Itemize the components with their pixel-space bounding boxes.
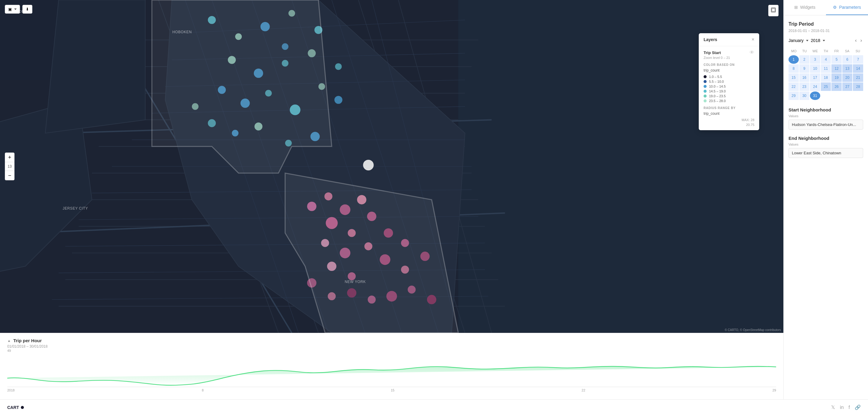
map-expand-button[interactable] — [768, 5, 779, 16]
sliders-icon: ⚙ — [833, 5, 837, 10]
layer-zoom-range: Zoom level 0 – 21 — [704, 56, 754, 60]
color-label-1: 1.0 – 5.5 — [709, 75, 722, 78]
x-label-2: 15 — [391, 388, 395, 392]
day-name-su: SU — [852, 48, 863, 54]
map-attribution: © CARTO, © OpenStreetMap contributors — [725, 328, 781, 332]
trip-period-title: Trip Period — [788, 22, 863, 27]
cal-day-22[interactable]: 22 — [788, 83, 799, 91]
calendar-grid: MO TU WE TH FR SA SU 1 2 3 — [788, 48, 863, 100]
layers-close-button[interactable]: × — [752, 37, 754, 42]
cal-day-6[interactable]: 6 — [842, 55, 852, 64]
visibility-icon[interactable]: 👁 — [749, 50, 754, 55]
cal-day-15[interactable]: 15 — [788, 73, 799, 82]
year-dropdown-icon — [823, 40, 825, 41]
select-tool-button[interactable]: ▣ — [5, 5, 20, 13]
cal-day-19[interactable]: 19 — [831, 73, 842, 82]
end-values-label: Values — [788, 142, 863, 146]
calendar-next-button[interactable]: › — [859, 36, 863, 44]
cal-day-13[interactable]: 13 — [842, 64, 852, 73]
start-neighborhood-input[interactable] — [788, 120, 863, 130]
day-name-mo: MO — [788, 48, 799, 54]
cal-day-1[interactable]: 1 — [788, 55, 799, 64]
svg-point-61 — [334, 96, 342, 104]
cal-day-23[interactable]: 23 — [799, 83, 810, 91]
cal-day-29[interactable]: 29 — [788, 92, 799, 100]
cal-day-9[interactable]: 9 — [799, 64, 810, 73]
cal-day-26[interactable]: 26 — [831, 83, 842, 91]
calendar-year-display: 2018 — [811, 38, 820, 43]
zoom-out-button[interactable]: − — [5, 171, 14, 180]
color-item-2: 5.5 – 10.0 — [704, 80, 754, 83]
expand-icon — [771, 7, 776, 12]
chart-container — [7, 351, 776, 387]
cal-day-24[interactable]: 24 — [810, 83, 820, 91]
svg-marker-27 — [45, 0, 145, 133]
cal-day-empty-2 — [831, 92, 842, 100]
cal-day-20[interactable]: 20 — [842, 73, 852, 82]
layers-header: Layers × — [699, 33, 759, 46]
chart-collapse-button[interactable]: ▲ — [7, 339, 11, 343]
color-item-4: 14.5 – 19.0 — [704, 89, 754, 93]
color-field-name: trip_count — [704, 68, 754, 72]
color-legend: 1.0 – 5.5 5.5 – 10.0 10.0 – 14.5 — [704, 75, 754, 103]
twitter-icon[interactable]: 𝕏 — [831, 405, 835, 410]
cal-day-30[interactable]: 30 — [799, 92, 810, 100]
carto-text: CART — [7, 405, 19, 410]
x-label-1: 8 — [202, 388, 204, 392]
cal-day-12[interactable]: 12 — [831, 64, 842, 73]
start-neighborhood-section: Start Neighborhood Values — [788, 107, 863, 130]
cal-day-11[interactable]: 11 — [821, 64, 831, 73]
calendar-nav-buttons: ‹ › — [854, 36, 863, 44]
cal-day-27[interactable]: 27 — [842, 83, 852, 91]
cal-day-10[interactable]: 10 — [810, 64, 820, 73]
cal-day-2[interactable]: 2 — [799, 55, 810, 64]
cal-day-empty-4 — [853, 92, 863, 100]
bottom-bar: CART 𝕏 in f 🔗 — [0, 399, 868, 415]
tab-widgets[interactable]: ⊞ Widgets — [784, 0, 826, 15]
end-neighborhood-input[interactable] — [788, 148, 863, 158]
tab-parameters[interactable]: ⚙ Parameters — [826, 0, 868, 15]
facebook-icon[interactable]: f — [849, 405, 850, 410]
cal-day-3[interactable]: 3 — [810, 55, 820, 64]
calendar-prev-button[interactable]: ‹ — [854, 36, 858, 44]
x-label-0: 2018 — [7, 388, 14, 392]
color-label-4: 14.5 – 19.0 — [709, 89, 726, 93]
map-viewport[interactable]: Hoboken JERSEY CITY NEW YORK Croxton ▣ ⬇ — [0, 0, 783, 333]
zoom-in-button[interactable]: + — [5, 153, 14, 162]
download-button[interactable]: ⬇ — [22, 5, 32, 13]
linkedin-icon[interactable]: in — [840, 405, 843, 410]
color-based-on-label: COLOR BASED ON — [704, 63, 754, 66]
cal-day-14[interactable]: 14 — [853, 64, 863, 73]
cal-day-28[interactable]: 28 — [853, 83, 863, 91]
month-dropdown-icon — [806, 40, 808, 41]
color-label-2: 5.5 – 10.0 — [709, 80, 724, 83]
panel-content: Trip Period 2018-01-01 – 2018-01-31 Janu… — [784, 15, 868, 399]
svg-point-55 — [335, 63, 342, 70]
social-icons: 𝕏 in f 🔗 — [831, 405, 861, 410]
day-name-sa: SA — [842, 48, 852, 54]
chart-area: ▲ Trip per Hour 01/01/2018 – 30/01/2018 … — [0, 333, 783, 399]
cal-day-25[interactable]: 25 — [821, 83, 831, 91]
cal-day-8[interactable]: 8 — [788, 64, 799, 73]
cal-day-17[interactable]: 17 — [810, 73, 820, 82]
map-area: Hoboken JERSEY CITY NEW YORK Croxton ▣ ⬇ — [0, 0, 783, 399]
color-label-5: 19.0 – 23.5 — [709, 94, 726, 98]
cal-day-31[interactable]: 31 — [810, 92, 820, 100]
color-label-6: 23.5 – 28.0 — [709, 99, 726, 103]
cal-day-5[interactable]: 5 — [831, 55, 842, 64]
cal-day-7[interactable]: 7 — [853, 55, 863, 64]
link-icon[interactable]: 🔗 — [855, 405, 861, 410]
radius-range-label: RADIUS RANGE BY — [704, 106, 754, 109]
layer-name-row: Trip Start 👁 — [704, 50, 754, 55]
cal-day-18[interactable]: 18 — [821, 73, 831, 82]
cal-day-21[interactable]: 21 — [853, 73, 863, 82]
layer-item: Trip Start 👁 Zoom level 0 – 21 — [704, 50, 754, 60]
cal-day-empty-1 — [821, 92, 831, 100]
cal-day-16[interactable]: 16 — [799, 73, 810, 82]
color-item-3: 10.0 – 14.5 — [704, 85, 754, 88]
color-dot-5 — [704, 95, 707, 98]
tab-parameters-label: Parameters — [839, 5, 861, 10]
color-dot-4 — [704, 90, 707, 93]
cal-day-4[interactable]: 4 — [821, 55, 831, 64]
day-name-we: WE — [810, 48, 820, 54]
